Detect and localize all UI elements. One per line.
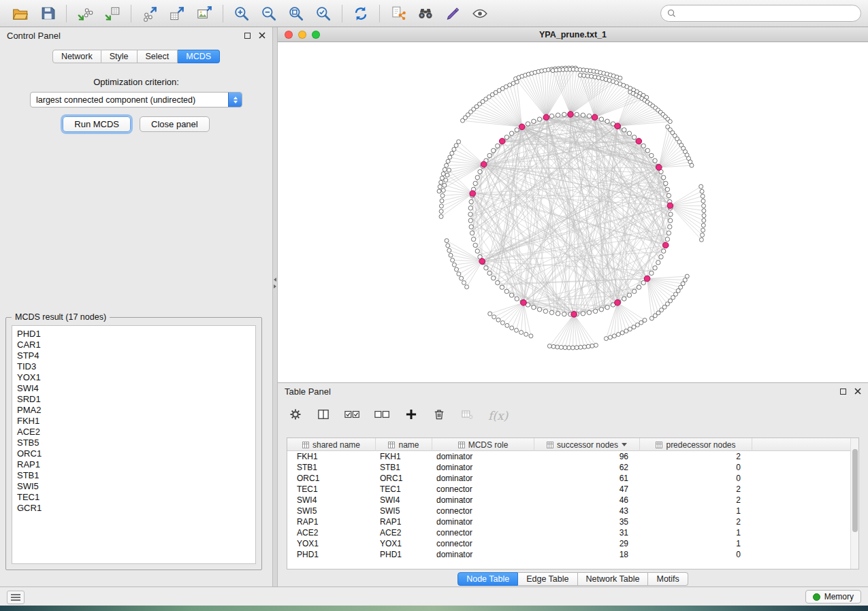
network-node[interactable] xyxy=(509,293,513,297)
mcds-result-item[interactable]: SWI5 xyxy=(17,481,255,492)
network-node[interactable] xyxy=(668,120,672,124)
network-node[interactable] xyxy=(492,148,496,152)
network-node[interactable] xyxy=(441,188,445,193)
network-node[interactable] xyxy=(519,331,524,335)
network-hub-node[interactable] xyxy=(615,123,621,129)
network-hub-node[interactable] xyxy=(519,124,525,130)
network-node[interactable] xyxy=(632,289,637,293)
network-node[interactable] xyxy=(529,334,533,338)
network-node[interactable] xyxy=(676,288,680,293)
table-row[interactable]: ACE2ACE2connector311 xyxy=(287,527,858,538)
network-node[interactable] xyxy=(441,172,445,176)
tab-edge-table[interactable]: Edge Table xyxy=(518,572,577,586)
network-node[interactable] xyxy=(455,267,459,271)
table-row[interactable]: YOX1YOX1connector291 xyxy=(287,538,858,549)
network-node[interactable] xyxy=(496,318,500,322)
network-node[interactable] xyxy=(668,225,672,229)
network-node[interactable] xyxy=(649,316,654,320)
network-hub-node[interactable] xyxy=(499,138,505,144)
network-node[interactable] xyxy=(575,112,579,116)
network-node[interactable] xyxy=(701,223,705,227)
network-node[interactable] xyxy=(478,169,482,174)
network-node[interactable] xyxy=(537,117,541,121)
tab-select[interactable]: Select xyxy=(138,50,178,63)
network-node[interactable] xyxy=(627,131,631,135)
network-node[interactable] xyxy=(471,237,475,241)
table-row[interactable]: FKH1FKH1dominator962 xyxy=(287,451,858,462)
network-node[interactable] xyxy=(702,209,706,213)
network-node[interactable] xyxy=(443,167,447,171)
network-node[interactable] xyxy=(590,344,594,348)
network-node[interactable] xyxy=(454,144,458,148)
network-node[interactable] xyxy=(447,248,451,252)
network-node[interactable] xyxy=(445,173,449,177)
network-node[interactable] xyxy=(587,114,591,118)
network-node[interactable] xyxy=(526,122,530,126)
network-node[interactable] xyxy=(662,176,666,180)
network-node[interactable] xyxy=(505,323,509,327)
open-file-icon[interactable] xyxy=(7,3,34,24)
save-icon[interactable] xyxy=(34,3,61,24)
network-node[interactable] xyxy=(439,180,443,184)
mcds-result-item[interactable]: CAR1 xyxy=(17,340,255,350)
column-header-shared-name[interactable]: shared name xyxy=(287,438,376,451)
network-node[interactable] xyxy=(599,308,603,312)
network-node[interactable] xyxy=(475,249,479,253)
network-node[interactable] xyxy=(685,274,689,278)
network-node[interactable] xyxy=(452,263,456,267)
network-node[interactable] xyxy=(590,74,594,78)
export-network-icon[interactable] xyxy=(136,3,163,24)
network-node[interactable] xyxy=(556,113,560,117)
network-node[interactable] xyxy=(599,117,603,121)
network-node[interactable] xyxy=(669,212,673,216)
network-node[interactable] xyxy=(627,293,631,297)
network-node[interactable] xyxy=(596,76,600,80)
tab-network-table[interactable]: Network Table xyxy=(578,572,649,586)
network-hub-node[interactable] xyxy=(470,191,476,197)
table-settings-gear-icon[interactable] xyxy=(289,408,302,424)
minimize-window-icon[interactable] xyxy=(298,31,306,39)
network-node[interactable] xyxy=(448,155,452,159)
mcds-result-item[interactable]: YOX1 xyxy=(17,372,255,383)
network-node[interactable] xyxy=(570,346,575,350)
import-network-icon[interactable] xyxy=(71,3,99,24)
network-node[interactable] xyxy=(500,320,504,325)
network-node[interactable] xyxy=(468,218,472,222)
network-node[interactable] xyxy=(624,329,628,333)
network-node[interactable] xyxy=(446,159,450,163)
network-node[interactable] xyxy=(582,73,586,78)
network-hub-node[interactable] xyxy=(521,300,527,306)
network-node[interactable] xyxy=(669,218,673,222)
network-hub-node[interactable] xyxy=(479,259,485,265)
network-node[interactable] xyxy=(622,128,626,132)
network-node[interactable] xyxy=(475,176,479,180)
network-hub-node[interactable] xyxy=(636,138,642,144)
column-header-successor-nodes[interactable]: successor nodes xyxy=(534,438,640,451)
network-node[interactable] xyxy=(649,153,654,157)
network-hub-node[interactable] xyxy=(615,300,621,306)
network-node[interactable] xyxy=(702,214,706,218)
network-node[interactable] xyxy=(543,309,547,313)
network-node[interactable] xyxy=(616,333,620,337)
network-node[interactable] xyxy=(665,237,669,241)
search-input[interactable] xyxy=(680,9,854,18)
network-node[interactable] xyxy=(468,206,472,210)
network-node[interactable] xyxy=(537,308,541,312)
network-node[interactable] xyxy=(515,328,519,332)
network-node[interactable] xyxy=(559,346,563,350)
network-hub-node[interactable] xyxy=(568,112,574,118)
network-node[interactable] xyxy=(484,266,488,270)
network-node[interactable] xyxy=(515,128,519,132)
network-node[interactable] xyxy=(618,76,622,80)
table-row[interactable]: TEC1TEC1connector472 xyxy=(287,484,858,495)
float-table-panel-icon[interactable] xyxy=(840,386,846,397)
network-node[interactable] xyxy=(452,148,456,152)
network-node[interactable] xyxy=(562,112,566,116)
highlight-icon[interactable] xyxy=(439,3,466,24)
network-node[interactable] xyxy=(440,199,444,203)
network-node[interactable] xyxy=(492,315,496,319)
network-node[interactable] xyxy=(443,183,447,187)
network-node[interactable] xyxy=(586,344,590,348)
export-table-icon[interactable] xyxy=(163,3,191,24)
network-node[interactable] xyxy=(551,344,556,348)
